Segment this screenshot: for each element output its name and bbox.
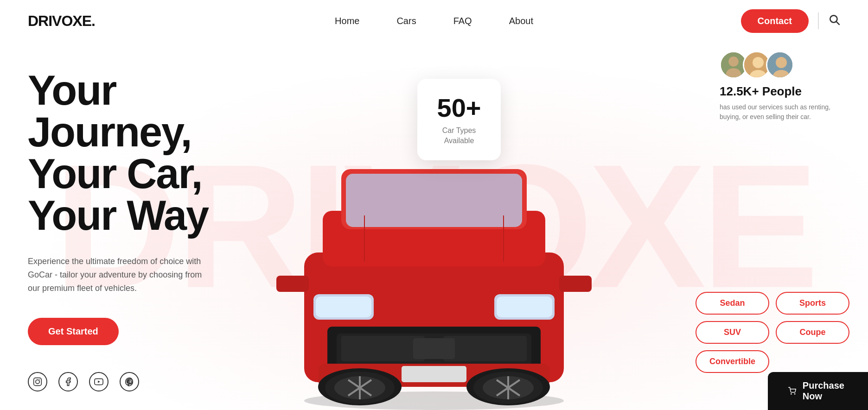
- purchase-now-button[interactable]: Purchase Now: [768, 372, 868, 410]
- hero-right-panel: 12.5K+ People has used our services such…: [720, 51, 840, 122]
- nav-item-home[interactable]: Home: [335, 16, 359, 26]
- tag-sedan[interactable]: Sedan: [696, 292, 769, 315]
- hero-title-line2: Your Car,: [28, 153, 269, 195]
- nav-link-about[interactable]: About: [509, 16, 533, 26]
- nav-item-faq[interactable]: FAQ: [453, 16, 472, 26]
- pinterest-icon[interactable]: [120, 372, 139, 391]
- brand-logo[interactable]: DRIVOXE.: [28, 13, 95, 30]
- nav-item-cars[interactable]: Cars: [396, 16, 416, 26]
- tag-convertible[interactable]: Convertible: [696, 350, 769, 373]
- hero-subtitle: Experience the ultimate freedom of choic…: [28, 255, 213, 295]
- tag-coupe[interactable]: Coupe: [776, 321, 849, 344]
- tag-sports[interactable]: Sports: [776, 292, 849, 315]
- bottom-right-banners: Purchase Now Made in Framer: [791, 391, 868, 410]
- svg-rect-13: [341, 336, 425, 361]
- hero-title-line3: Your Way: [28, 195, 269, 236]
- people-desc: has used our services such as renting, b…: [720, 102, 840, 122]
- contact-button[interactable]: Contact: [741, 9, 809, 33]
- svg-point-48: [794, 394, 795, 394]
- social-icons: [28, 372, 139, 391]
- svg-rect-17: [316, 296, 371, 317]
- stats-card: 50+ Car Types Available: [417, 79, 501, 160]
- nav-divider: [818, 13, 819, 29]
- svg-point-42: [753, 57, 764, 68]
- nav-links: Home Cars FAQ About: [335, 16, 533, 26]
- nav-link-cars[interactable]: Cars: [396, 16, 416, 26]
- svg-rect-2: [34, 378, 42, 386]
- get-started-button[interactable]: Get Started: [28, 318, 119, 345]
- svg-rect-14: [443, 336, 527, 361]
- instagram-icon[interactable]: [28, 372, 47, 391]
- tag-suv[interactable]: SUV: [696, 321, 769, 344]
- navbar: DRIVOXE. Home Cars FAQ About Contact: [0, 0, 868, 42]
- svg-point-45: [776, 57, 787, 68]
- cart-icon: [788, 385, 796, 397]
- svg-rect-37: [402, 366, 466, 382]
- stats-number: 50+: [436, 93, 482, 123]
- svg-line-1: [836, 21, 839, 24]
- hero-section: DRIVOXE Your Journey, Your Car, Your Way…: [0, 42, 868, 410]
- hero-title-line1: Your Journey,: [28, 69, 269, 153]
- hero-left-content: Your Journey, Your Car, Your Way Experie…: [28, 69, 269, 345]
- facebook-icon[interactable]: [58, 372, 78, 391]
- category-tags: Sedan Sports SUV Coupe Convertible: [696, 292, 849, 373]
- stats-label: Car Types Available: [436, 126, 482, 146]
- svg-rect-21: [276, 276, 309, 292]
- avatar-3: [766, 51, 794, 79]
- svg-point-4: [39, 379, 40, 380]
- people-count: 12.5K+ People: [720, 84, 840, 99]
- svg-rect-19: [497, 296, 552, 317]
- nav-right: Contact: [741, 9, 840, 33]
- svg-point-47: [791, 394, 791, 394]
- svg-rect-15: [413, 338, 455, 359]
- avatars-row: [720, 51, 840, 79]
- hero-title: Your Journey, Your Car, Your Way: [28, 69, 269, 236]
- nav-link-home[interactable]: Home: [335, 16, 359, 26]
- purchase-label: Purchase Now: [803, 380, 848, 402]
- svg-point-3: [36, 380, 39, 384]
- svg-rect-10: [346, 174, 522, 227]
- nav-item-about[interactable]: About: [509, 16, 533, 26]
- svg-marker-5: [98, 380, 100, 383]
- svg-rect-22: [559, 276, 592, 292]
- search-button[interactable]: [828, 13, 840, 29]
- svg-point-39: [728, 57, 739, 67]
- nav-link-faq[interactable]: FAQ: [453, 16, 472, 26]
- youtube-icon[interactable]: [89, 372, 108, 391]
